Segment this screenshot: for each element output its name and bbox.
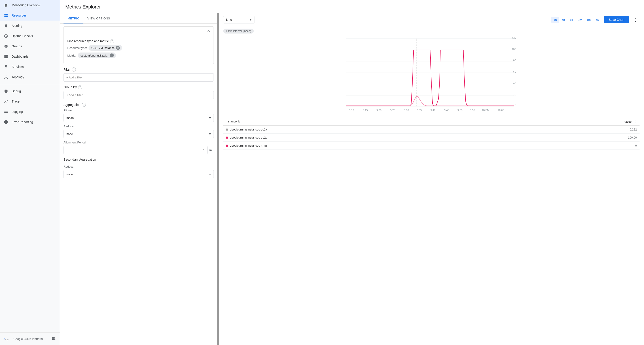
reducer-select[interactable]: none sum mean	[64, 130, 214, 138]
legend-dot	[226, 136, 228, 139]
secondary-reducer-label: Reducer	[64, 165, 214, 168]
aggregation-help-icon[interactable]: ?	[82, 103, 86, 107]
filter-help-icon[interactable]: ?	[72, 67, 76, 71]
svg-text:9:25: 9:25	[390, 109, 395, 111]
legend-value: 0.222	[524, 126, 640, 134]
more-options-button[interactable]: ⋮	[632, 16, 640, 23]
resource-metric-section: Find resource type and metric ? Resource…	[64, 26, 214, 64]
svg-text:9:50: 9:50	[457, 109, 462, 111]
sidebar-item-resources[interactable]: Resources	[0, 10, 60, 20]
sidebar-item-alerting[interactable]: Alerting	[0, 20, 60, 31]
sidebar-item-error-reporting[interactable]: Error Reporting	[0, 117, 60, 127]
find-resource-help-icon[interactable]: ?	[110, 39, 114, 43]
svg-text:9:55: 9:55	[470, 109, 475, 111]
find-resource-label: Find resource type and metric ?	[67, 39, 210, 43]
aggregation-label: Aggregation ?	[64, 103, 214, 107]
secondary-aggregation-label: Secondary Aggregation	[64, 158, 214, 161]
legend-row: deeplearning-instances-nrhq 0	[223, 142, 640, 150]
filter-label: Filter ?	[64, 67, 214, 71]
chart-interval-badge: 1 min interval (mean)	[223, 28, 254, 33]
sidebar-item-groups[interactable]: Groups	[0, 41, 60, 51]
legend-dot	[226, 145, 228, 147]
line-chart: 120 100 80 60 40 20 0	[223, 35, 640, 116]
trace-icon	[4, 99, 8, 104]
sidebar-item-monitoring-overview[interactable]: Monitoring Overview	[0, 0, 60, 10]
footer-text: Google Cloud Platform	[14, 337, 43, 341]
group-by-help-icon[interactable]: ?	[78, 85, 82, 89]
main-content: Metrics Explorer METRIC VIEW OPTIONS Fin…	[60, 0, 644, 345]
layers-icon	[4, 44, 8, 49]
time-btn-1w[interactable]: 1w	[576, 17, 584, 23]
group-by-label: Group By ?	[64, 85, 214, 89]
filter-input[interactable]	[64, 73, 214, 81]
topology-icon	[4, 75, 8, 79]
svg-point-0	[6, 75, 6, 76]
reducer-label: Reducer	[64, 125, 214, 128]
legend-row: deeplearning-instances-gp2b 100.00	[223, 134, 640, 142]
group-by-input[interactable]	[64, 91, 214, 99]
metric-row: Metric: custom/gpu_utilizati... ✕	[67, 52, 210, 58]
svg-text:oogle: oogle	[5, 338, 9, 340]
legend-value: 0	[524, 142, 640, 150]
alignment-period-input[interactable]	[64, 146, 208, 154]
debug-icon	[4, 89, 8, 94]
logging-icon	[4, 109, 8, 114]
sidebar-footer: G oogle Google Cloud Platform	[0, 333, 60, 345]
legend-instance-label: deeplearning-instances-dc2x	[223, 126, 524, 134]
home-icon	[4, 3, 8, 7]
google-cloud-logo: G oogle	[4, 337, 11, 341]
metric-panel: Find resource type and metric ? Resource…	[60, 26, 217, 178]
sidebar-item-dashboards[interactable]: Dashboards	[0, 51, 60, 62]
svg-text:0: 0	[515, 104, 516, 107]
legend-row: deeplearning-instances-dc2x 0.222	[223, 126, 640, 134]
metric-chip: custom/gpu_utilizati... ✕	[78, 52, 116, 58]
content-area: METRIC VIEW OPTIONS Find resource type a…	[60, 13, 644, 345]
sidebar-collapse-icon[interactable]	[52, 336, 56, 342]
legend-dot	[226, 128, 228, 131]
chart-toolbar: Line Bar Stacked Bar Area Stacked Area ▼…	[219, 13, 644, 26]
collapsible-header[interactable]	[64, 26, 214, 35]
time-btn-6h[interactable]: 6h	[560, 17, 567, 23]
chart-type-select[interactable]: Line Bar Stacked Bar Area Stacked Area	[223, 16, 254, 23]
svg-text:10 PM: 10 PM	[482, 109, 490, 111]
sidebar-item-debug[interactable]: Debug	[0, 86, 60, 96]
reducer-select-wrapper: none sum mean ▼	[64, 130, 214, 138]
secondary-reducer-select[interactable]: none sum	[64, 170, 214, 178]
svg-point-1	[4, 78, 5, 79]
secondary-reducer-select-wrapper: none sum ▼	[64, 170, 214, 178]
bell-icon	[4, 23, 8, 28]
metric-remove-btn[interactable]: ✕	[110, 53, 114, 57]
chart-area: 1 min interval (mean) 120 100 80 60 40 2…	[219, 26, 644, 150]
sidebar-item-topology[interactable]: Topology	[0, 72, 60, 82]
error-icon	[4, 120, 8, 124]
clock-icon	[4, 33, 8, 38]
time-btn-1d[interactable]: 1d	[568, 17, 575, 23]
tab-metric[interactable]: METRIC	[64, 13, 84, 23]
sidebar-item-uptime-checks[interactable]: Uptime Checks	[0, 31, 60, 41]
time-btn-1m[interactable]: 1m	[584, 17, 593, 23]
svg-text:9:45: 9:45	[444, 109, 449, 111]
resource-type-remove-btn[interactable]: ✕	[116, 46, 120, 50]
sidebar-item-trace[interactable]: Trace	[0, 96, 60, 107]
columns-icon-btn[interactable]: ⠿	[632, 119, 637, 124]
sidebar-item-logging[interactable]: Logging	[0, 107, 60, 117]
alignment-period-label: Alignment Period	[64, 141, 214, 144]
save-chart-button[interactable]: Save Chart	[604, 16, 629, 23]
legend-instance-label: deeplearning-instances-gp2b	[223, 134, 524, 142]
aligner-select[interactable]: mean sum min max	[64, 114, 214, 122]
chevron-up-icon	[206, 29, 211, 33]
svg-text:9:15: 9:15	[363, 109, 368, 111]
svg-text:9:20: 9:20	[376, 109, 382, 111]
time-btn-1h[interactable]: 1h	[551, 17, 559, 23]
tab-view-options[interactable]: VIEW OPTIONS	[84, 13, 114, 23]
page-header: Metrics Explorer	[60, 0, 644, 13]
grid-icon	[4, 13, 8, 18]
collapsible-body: Find resource type and metric ? Resource…	[64, 39, 214, 64]
time-btn-6w[interactable]: 6w	[593, 17, 602, 23]
legend-instance-label: deeplearning-instances-nrhq	[223, 142, 524, 150]
page-title: Metrics Explorer	[65, 4, 639, 10]
svg-point-2	[7, 78, 8, 79]
sidebar-item-services[interactable]: Services	[0, 62, 60, 72]
svg-text:9:40: 9:40	[430, 109, 436, 111]
chart-container: 120 100 80 60 40 20 0	[223, 35, 640, 116]
